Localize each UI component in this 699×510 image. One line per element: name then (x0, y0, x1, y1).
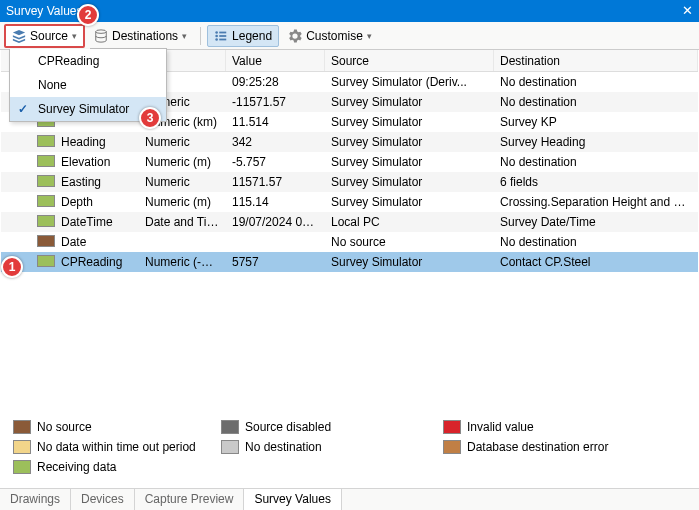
svg-rect-6 (219, 38, 226, 40)
legend-label: No destination (245, 440, 322, 454)
layers-icon (12, 29, 26, 43)
callout-1: 1 (1, 256, 23, 278)
table-row[interactable]: DateNo sourceNo destination (1, 232, 698, 252)
chevron-down-icon: ▾ (72, 31, 77, 41)
legend-label: Invalid value (467, 420, 534, 434)
legend-label: Database destination error (467, 440, 608, 454)
col-dest[interactable]: Destination (494, 50, 698, 71)
legend-panel: No source Source disabled Invalid value … (1, 412, 698, 486)
legend-item: Source disabled (221, 420, 443, 434)
source-button[interactable]: Source ▾ (4, 24, 85, 48)
table-row[interactable]: HeadingNumeric342Survey SimulatorSurvey … (1, 132, 698, 152)
callout-2: 2 (77, 4, 99, 26)
tab-survey-values[interactable]: Survey Values (244, 489, 341, 510)
svg-point-1 (215, 31, 218, 34)
gear-icon (288, 29, 302, 43)
legend-item: No source (13, 420, 221, 434)
legend-item: No destination (221, 440, 443, 454)
bottom-tabs: Drawings Devices Capture Preview Survey … (0, 488, 699, 510)
col-value[interactable]: Value (226, 50, 325, 71)
svg-point-2 (215, 34, 218, 37)
legend-label: Receiving data (37, 460, 116, 474)
close-icon[interactable]: ✕ (682, 3, 693, 18)
legend-item: Invalid value (443, 420, 643, 434)
table-row[interactable]: EastingNumeric11571.57Survey Simulator6 … (1, 172, 698, 192)
tab-drawings[interactable]: Drawings (0, 489, 71, 510)
legend-label: No data within time out period (37, 440, 196, 454)
list-icon (214, 29, 228, 43)
table-row[interactable]: DateTimeDate and Time19/07/2024 09:25:..… (1, 212, 698, 232)
table-row[interactable]: CPReadingNumeric (-m...5757Survey Simula… (1, 252, 698, 272)
legend-label: Legend (232, 29, 272, 43)
svg-point-0 (96, 29, 107, 33)
tab-capture-preview[interactable]: Capture Preview (135, 489, 245, 510)
svg-rect-4 (219, 31, 226, 33)
dropdown-item[interactable]: None (10, 73, 166, 97)
callout-3: 3 (139, 107, 161, 129)
customise-button[interactable]: Customise ▾ (281, 25, 379, 47)
table-row[interactable]: ElevationNumeric (m)-5.757Survey Simulat… (1, 152, 698, 172)
chevron-down-icon: ▾ (367, 31, 372, 41)
legend-label: No source (37, 420, 92, 434)
tab-devices[interactable]: Devices (71, 489, 135, 510)
legend-button[interactable]: Legend (207, 25, 279, 47)
destinations-button[interactable]: Destinations ▾ (87, 25, 194, 47)
svg-rect-5 (219, 35, 226, 37)
database-icon (94, 29, 108, 43)
svg-point-3 (215, 38, 218, 41)
separator (200, 27, 201, 45)
legend-item: Receiving data (13, 460, 221, 474)
chevron-down-icon: ▾ (182, 31, 187, 41)
toolbar: Source ▾ Destinations ▾ Legend Customise… (0, 22, 699, 50)
legend-item: Database destination error (443, 440, 643, 454)
legend-item: No data within time out period (13, 440, 221, 454)
window-title: Survey Values (6, 4, 693, 18)
table-row[interactable]: DepthNumeric (m)115.14Survey SimulatorCr… (1, 192, 698, 212)
col-source[interactable]: Source (325, 50, 494, 71)
title-bar: Survey Values ✕ (0, 0, 699, 22)
destinations-label: Destinations (112, 29, 178, 43)
dropdown-item[interactable]: CPReading (10, 49, 166, 73)
legend-label: Source disabled (245, 420, 331, 434)
source-label: Source (30, 29, 68, 43)
customise-label: Customise (306, 29, 363, 43)
